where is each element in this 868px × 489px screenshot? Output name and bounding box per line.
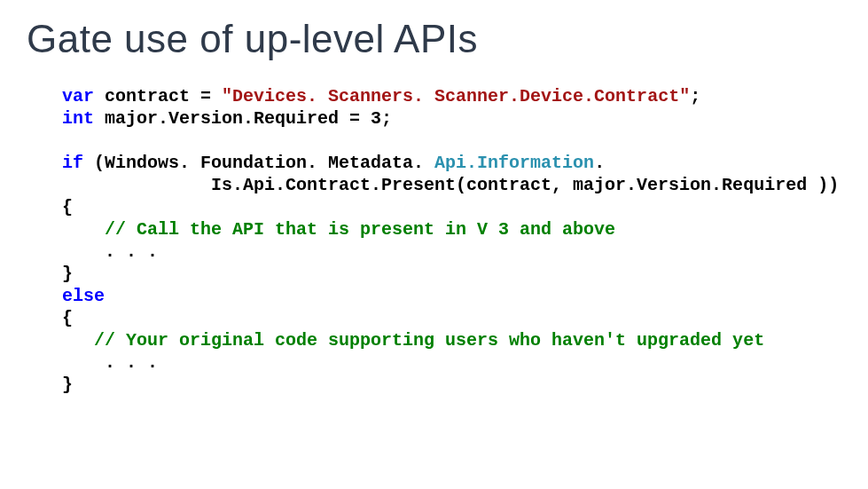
kw-else: else <box>62 286 105 306</box>
brace: } <box>62 264 73 284</box>
kw-if: if <box>62 153 83 173</box>
txt: (Windows. Foundation. Metadata. <box>83 153 434 173</box>
comment-line: // Call the API that is present in V 3 a… <box>62 219 615 240</box>
brace: { <box>62 308 73 328</box>
comment-line: // Your original code supporting users w… <box>62 330 764 351</box>
kw-int: int <box>62 108 94 129</box>
blank-line <box>62 130 73 151</box>
txt: ; <box>690 86 700 106</box>
brace: } <box>62 375 73 395</box>
txt: . <box>594 153 605 173</box>
txt: Is.Api.Contract.Present(contract, major.… <box>62 175 839 195</box>
txt: major.Version.Required = 3; <box>94 108 392 129</box>
string-literal: "Devices. Scanners. Scanner.Device.Contr… <box>222 86 690 106</box>
ellipsis: . . . <box>62 241 158 262</box>
slide: Gate use of up-level APIs var contract =… <box>0 0 868 489</box>
txt: contract = <box>94 86 222 106</box>
brace: { <box>62 197 73 217</box>
kw-var: var <box>62 86 94 106</box>
code-sample: var contract = "Devices. Scanners. Scann… <box>62 85 841 396</box>
ellipsis: . . . <box>62 352 158 373</box>
cls-apiinfo: Api.Information <box>434 153 594 173</box>
page-title: Gate use of up-level APIs <box>27 18 841 60</box>
